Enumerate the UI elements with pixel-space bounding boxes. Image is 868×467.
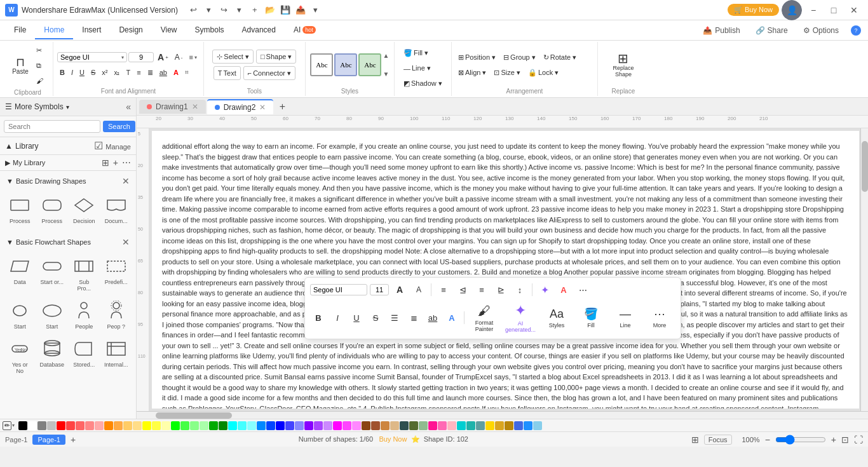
- doc-tab-drawing1[interactable]: Drawing1 ✕: [139, 100, 206, 114]
- undo-button[interactable]: ↩: [187, 3, 201, 17]
- help-button[interactable]: ?: [849, 24, 863, 37]
- shape-data[interactable]: Data: [5, 252, 34, 294]
- color-swatch[interactable]: [304, 421, 313, 430]
- size-button[interactable]: ⊡ Size ▾: [491, 65, 522, 79]
- shape-start-end[interactable]: Start or...: [37, 252, 67, 294]
- undo-dropdown[interactable]: ▾: [202, 3, 216, 17]
- color-swatch[interactable]: [362, 421, 370, 430]
- color-swatch[interactable]: [95, 421, 104, 430]
- color-swatch[interactable]: [466, 421, 475, 430]
- tab-home[interactable]: Home: [35, 22, 73, 39]
- shape-internal[interactable]: Internal...: [102, 335, 131, 377]
- color-swatch[interactable]: [190, 421, 199, 430]
- fit-page-button[interactable]: ⊡: [841, 435, 849, 445]
- font-name-dropdown[interactable]: Segoe UI ▾: [57, 52, 127, 62]
- color-swatch[interactable]: [514, 421, 523, 430]
- ft-font-size[interactable]: [370, 284, 389, 295]
- styles-up[interactable]: ▲: [383, 52, 389, 59]
- color-swatch[interactable]: [142, 421, 151, 430]
- color-swatch[interactable]: [323, 421, 332, 430]
- ft-fill[interactable]: 🪣 Fill: [575, 301, 607, 335]
- shape-people-1[interactable]: People: [69, 297, 98, 332]
- ft-text-color[interactable]: A: [555, 281, 572, 298]
- select-button[interactable]: ⊹ Select ▾: [212, 50, 254, 64]
- color-swatch[interactable]: [152, 421, 161, 430]
- add-document-button[interactable]: +: [275, 99, 290, 114]
- ft-line[interactable]: — Line: [609, 301, 641, 335]
- search-input[interactable]: [4, 120, 100, 133]
- color-swatch[interactable]: [219, 421, 227, 430]
- shape-decision[interactable]: Decision: [69, 191, 99, 227]
- shape-people-2[interactable]: Peop ?: [102, 297, 131, 332]
- num-list-button[interactable]: ≣: [145, 65, 156, 79]
- copy-button[interactable]: ⧉: [34, 58, 46, 72]
- color-swatch[interactable]: [371, 421, 380, 430]
- scrollbar-horizontal[interactable]: [137, 411, 868, 419]
- align-button[interactable]: ≡ ▾: [186, 50, 199, 64]
- color-swatch[interactable]: [505, 421, 513, 430]
- ft-align-left[interactable]: ⊴: [454, 281, 471, 298]
- bold-button[interactable]: B: [57, 65, 67, 79]
- color-bar-action[interactable]: ✏ ▾: [3, 421, 15, 430]
- color-swatch[interactable]: [447, 421, 456, 430]
- tab-ai[interactable]: AI hot: [285, 22, 325, 39]
- color-swatch[interactable]: [57, 421, 65, 430]
- lock-button[interactable]: 🔒 Lock ▾: [526, 65, 561, 79]
- color-swatch[interactable]: [333, 421, 342, 430]
- underline-button[interactable]: U: [77, 65, 87, 79]
- shape-sub-process[interactable]: Sub Pro...: [69, 252, 98, 294]
- user-avatar[interactable]: 👤: [782, 0, 802, 20]
- scrollbar-vertical[interactable]: [860, 128, 868, 411]
- color-swatch[interactable]: [133, 421, 142, 430]
- ft-num-list[interactable]: ≣: [405, 309, 422, 326]
- options-button[interactable]: ⚙ Options: [798, 24, 844, 37]
- ft-more[interactable]: ⋯ More: [644, 301, 675, 335]
- replace-shape-button[interactable]: ⊞ ReplaceShape: [610, 48, 636, 82]
- focus-button[interactable]: Focus: [704, 435, 732, 445]
- ft-format-painter[interactable]: 🖌 Format Painter: [468, 301, 500, 335]
- color-swatch[interactable]: [209, 421, 218, 430]
- ft-text-underline[interactable]: ab: [424, 309, 441, 326]
- style-box-2[interactable]: Abc: [334, 53, 357, 76]
- zoom-minus-button[interactable]: −: [765, 435, 770, 445]
- tab-file[interactable]: File: [5, 22, 35, 39]
- ft-font-name[interactable]: [310, 284, 367, 295]
- doc-tab-drawing2[interactable]: Drawing2 ✕: [207, 99, 274, 114]
- color-swatch[interactable]: [37, 421, 46, 430]
- minimize-button[interactable]: −: [804, 1, 822, 19]
- basic-flowchart-header[interactable]: ▼ Basic Flowchart Shapes ✕: [3, 234, 133, 250]
- position-button[interactable]: ⊞ Position ▾: [456, 50, 498, 64]
- library-toggle[interactable]: ▲ Library: [5, 142, 39, 151]
- buy-now-button[interactable]: 🛒 Buy Now: [728, 4, 779, 16]
- color-swatch[interactable]: [247, 421, 256, 430]
- ft-italic[interactable]: I: [329, 309, 346, 326]
- subscript-button[interactable]: x₂: [111, 65, 122, 79]
- tab-advanced[interactable]: Advanced: [233, 22, 285, 39]
- color-swatch[interactable]: [180, 421, 189, 430]
- ft-ai-icon[interactable]: ✦: [536, 281, 553, 298]
- close-button[interactable]: ✕: [845, 1, 863, 19]
- qa-more-button[interactable]: ▾: [309, 3, 323, 17]
- ft-align-menu[interactable]: ≡: [435, 281, 452, 298]
- strikethrough-button[interactable]: S: [88, 65, 98, 79]
- styles-down[interactable]: ▼: [383, 71, 389, 78]
- tab-design[interactable]: Design: [110, 22, 151, 39]
- my-library-toggle[interactable]: ▶ My Library: [5, 159, 45, 167]
- basic-flowchart-close[interactable]: ✕: [122, 237, 130, 247]
- tab-view[interactable]: View: [152, 22, 186, 39]
- shape-button[interactable]: □ Shape ▾: [256, 50, 297, 64]
- bullet-list-button[interactable]: ≡: [134, 65, 143, 79]
- color-swatch[interactable]: [457, 421, 466, 430]
- shape-database[interactable]: Database: [37, 335, 67, 377]
- format-painter-clipboard[interactable]: 🖌: [34, 74, 46, 88]
- color-swatch[interactable]: [266, 421, 275, 430]
- color-swatch[interactable]: [257, 421, 266, 430]
- color-swatch[interactable]: [123, 421, 132, 430]
- search-button[interactable]: Search: [103, 121, 135, 132]
- my-library-add-icon[interactable]: +: [113, 158, 118, 168]
- ft-increase-font[interactable]: A: [391, 281, 408, 298]
- color-swatch[interactable]: [276, 421, 285, 430]
- redo-dropdown[interactable]: ▾: [233, 3, 247, 17]
- ft-list[interactable]: ☰: [386, 309, 403, 326]
- text-button[interactable]: T Text: [214, 66, 241, 80]
